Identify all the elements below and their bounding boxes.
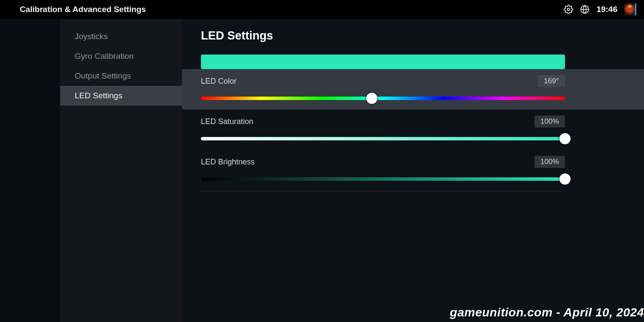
led-saturation-slider-thumb[interactable] — [559, 133, 571, 144]
settings-sidebar: Joysticks Gyro Calibration Output Settin… — [60, 19, 182, 322]
hue-track — [201, 97, 565, 100]
header-clock: 19:46 — [596, 5, 617, 14]
saturation-track — [201, 137, 565, 140]
network-globe-icon[interactable] — [580, 5, 589, 14]
page-breadcrumb-title: Calibration & Advanced Settings — [8, 5, 146, 14]
sidebar-item-output-settings[interactable]: Output Settings — [60, 66, 182, 86]
led-brightness-slider-thumb[interactable] — [559, 173, 571, 185]
led-color-value: 169° — [538, 75, 565, 87]
brightness-track — [201, 177, 565, 181]
sidebar-item-joysticks[interactable]: Joysticks — [60, 27, 182, 46]
led-saturation-label: LED Saturation — [201, 117, 253, 126]
led-brightness-value: 100% — [535, 156, 565, 168]
led-brightness-label: LED Brightness — [201, 158, 255, 167]
led-color-slider[interactable] — [201, 95, 565, 102]
led-color-preview — [201, 55, 565, 69]
led-brightness-setting: LED Brightness 100% — [201, 150, 625, 190]
led-saturation-value: 100% — [535, 115, 565, 128]
sidebar-item-led-settings[interactable]: LED Settings — [60, 86, 182, 106]
left-gutter — [0, 19, 60, 322]
section-divider — [201, 191, 565, 191]
led-saturation-setting: LED Saturation 100% — [201, 109, 625, 150]
led-color-slider-thumb[interactable] — [366, 93, 377, 104]
led-brightness-slider[interactable] — [201, 176, 565, 182]
watermark-text: gameunition.com - April 10, 2024 — [450, 306, 644, 319]
main-content: LED Settings LED Color 169° LED Saturati… — [182, 19, 644, 322]
sidebar-item-gyro-calibration[interactable]: Gyro Calibration — [60, 46, 182, 66]
user-avatar[interactable] — [624, 3, 636, 15]
led-color-setting: LED Color 169° — [182, 69, 644, 109]
section-title: LED Settings — [201, 29, 625, 43]
settings-gear-icon[interactable] — [564, 5, 573, 14]
header-right-group: 19:46 — [564, 3, 636, 15]
led-saturation-slider[interactable] — [201, 135, 565, 142]
led-color-label: LED Color — [201, 77, 237, 86]
header-bar: Calibration & Advanced Settings 19:46 — [0, 0, 644, 19]
svg-point-0 — [568, 8, 570, 11]
